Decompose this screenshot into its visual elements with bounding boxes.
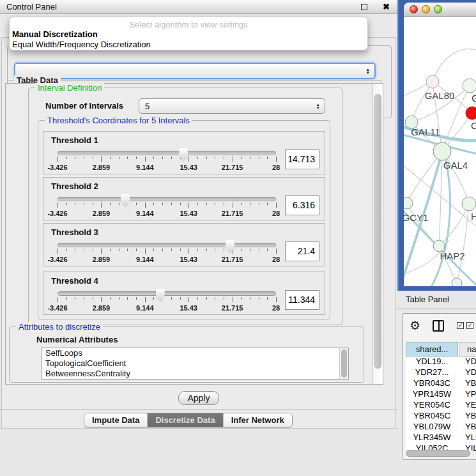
slider-tick-label: 2.859 <box>93 304 111 312</box>
network-node-label: C <box>471 120 476 131</box>
algorithm-combobox[interactable]: ▲▼ <box>14 63 376 79</box>
gear-icon[interactable]: ⚙ <box>410 318 420 333</box>
slider-ticks <box>58 157 276 162</box>
slider-tick <box>110 297 111 300</box>
slider-track <box>58 151 276 155</box>
list-item[interactable]: SelfLoops <box>42 348 348 358</box>
slider-tick <box>250 249 250 251</box>
network-node-label: H <box>471 211 476 222</box>
slider-tick <box>267 249 268 251</box>
dropdown-option-equal-width[interactable]: Equal Width/Frequency Discretization <box>10 40 367 50</box>
network-node[interactable] <box>466 107 476 119</box>
threshold-1-slider[interactable]: -3.4262.8599.14415.4321.71528 <box>58 148 276 173</box>
divider <box>0 409 397 410</box>
list-item[interactable]: BetweennessCentrality <box>42 369 348 379</box>
threshold-3-slider[interactable]: -3.4262.8599.14415.4321.71528 <box>58 240 276 265</box>
tab-impute-data[interactable]: Impute Data <box>84 413 147 427</box>
control-panel-title: Control Panel <box>6 2 57 12</box>
tab-discretize-data[interactable]: Discretize Data <box>147 413 222 427</box>
network-node[interactable] <box>426 75 439 88</box>
slider-tick <box>153 157 154 159</box>
threshold-4-value[interactable]: 11.344 <box>285 290 319 310</box>
slider-tick <box>250 157 250 159</box>
slider-tick <box>224 297 224 300</box>
table-row[interactable]: YBR045CYBR0 <box>406 411 476 422</box>
right-side: GAL80GACGAL11GAL4GCY1HHAP2 Table Panel ⚙… <box>397 0 476 476</box>
network-node[interactable] <box>463 79 476 93</box>
network-node-label: GA <box>472 93 476 104</box>
column-header-name[interactable]: na <box>459 342 476 357</box>
checkbox-icon[interactable]: ✓ <box>466 322 473 329</box>
column-header-shared-name[interactable]: shared... <box>406 342 458 357</box>
thresholds-group: Threshold's Coordinates for 5 Intervals … <box>38 120 330 319</box>
list-item[interactable]: TopologicalCoefficient <box>42 358 348 369</box>
apply-button[interactable]: Apply <box>178 391 219 405</box>
network-node[interactable] <box>404 197 413 209</box>
threshold-2-value[interactable]: 6.316 <box>285 196 319 215</box>
slider-tick <box>58 203 58 208</box>
split-view-icon[interactable] <box>433 320 444 332</box>
network-node[interactable] <box>452 278 462 286</box>
minimize-traffic-light[interactable] <box>422 5 430 13</box>
slider-tick-label: 28 <box>272 304 280 312</box>
threshold-1-value[interactable]: 14.713 <box>285 150 319 169</box>
list-scrollbar-thumb[interactable] <box>341 349 347 378</box>
slider-tick <box>162 157 163 159</box>
slider-tick <box>110 203 111 205</box>
slider-tick <box>171 297 172 300</box>
settings-scrollbar-thumb[interactable] <box>374 94 381 369</box>
slider-tick-label: 15.43 <box>180 304 197 312</box>
table-panel-body: ⚙ ✓ ✓ shared... na YDL19...YDL1 YDR27...… <box>397 309 476 476</box>
slider-tick <box>233 157 233 162</box>
slider-tick-label: 9.144 <box>136 164 154 171</box>
tab-infer-network[interactable]: Infer Network <box>223 413 292 427</box>
slider-ticks <box>58 203 276 208</box>
close-icon[interactable]: ✖ <box>383 1 390 13</box>
numerical-attributes-list[interactable]: SelfLoops TopologicalCoefficient Between… <box>41 348 349 380</box>
close-traffic-light[interactable] <box>410 5 418 13</box>
float-window-icon[interactable] <box>361 4 367 10</box>
number-of-intervals-combobox[interactable]: 5 ▲▼ <box>139 98 325 114</box>
slider-tick <box>110 157 111 159</box>
slider-tick <box>250 297 250 300</box>
slider-tick <box>241 203 242 205</box>
table-row[interactable]: YER054CYER0 <box>406 400 476 411</box>
slider-tick <box>75 157 75 159</box>
network-node[interactable] <box>462 197 476 211</box>
slider-tick-label: 15.43 <box>180 164 197 171</box>
slider-tick <box>66 157 67 159</box>
slider-tick <box>206 297 207 300</box>
slider-tick-label: 9.144 <box>136 210 154 217</box>
network-canvas[interactable]: GAL80GACGAL11GAL4GCY1HHAP2 <box>404 17 476 286</box>
table-horizontal-scrollbar[interactable] <box>406 450 474 457</box>
dropdown-option-manual[interactable]: Manual Discretization <box>10 29 367 40</box>
slider-tick <box>259 157 259 159</box>
table-row[interactable]: YPR145WYPR1 <box>406 389 476 400</box>
table-scrollbar-thumb[interactable] <box>406 450 470 457</box>
slider-tick <box>136 249 137 251</box>
slider-tick <box>206 203 207 205</box>
threshold-2-slider[interactable]: -3.4262.8599.14415.4321.71528 <box>58 194 276 219</box>
threshold-3-value[interactable]: 21.4 <box>285 242 319 261</box>
dropdown-hint: Select algorithm to view settings <box>10 20 367 29</box>
list-scrollbar[interactable] <box>339 348 348 379</box>
table-row[interactable]: YLR345WYLR3 <box>406 433 476 443</box>
checkbox-icon[interactable]: ✓ <box>457 322 464 329</box>
table-row[interactable]: YDL19...YDL1 <box>406 357 476 367</box>
slider-tick <box>93 297 93 300</box>
slider-tick <box>259 249 259 251</box>
slider-tick <box>58 297 58 302</box>
cyni-mode-tabs: Impute Data Discretize Data Infer Networ… <box>84 413 293 427</box>
slider-tick-label: 2.859 <box>93 164 111 171</box>
settings-scrollbar[interactable] <box>372 84 383 384</box>
table-row[interactable]: YBL079WYBL0 <box>406 422 476 433</box>
table-row[interactable]: YBR043CYBR0 <box>406 378 476 389</box>
zoom-traffic-light[interactable] <box>434 5 442 13</box>
network-window-frame: GAL80GACGAL11GAL4GCY1HHAP2 <box>397 0 476 291</box>
interval-definition-label: Interval Definition <box>35 83 104 93</box>
slider-tick <box>75 297 75 300</box>
slider-tick <box>84 297 84 300</box>
threshold-4-slider[interactable]: -3.4262.8599.14415.4321.71528 <box>58 289 276 313</box>
network-node[interactable] <box>433 142 451 160</box>
table-row[interactable]: YDR27...YDR2 <box>406 367 476 378</box>
